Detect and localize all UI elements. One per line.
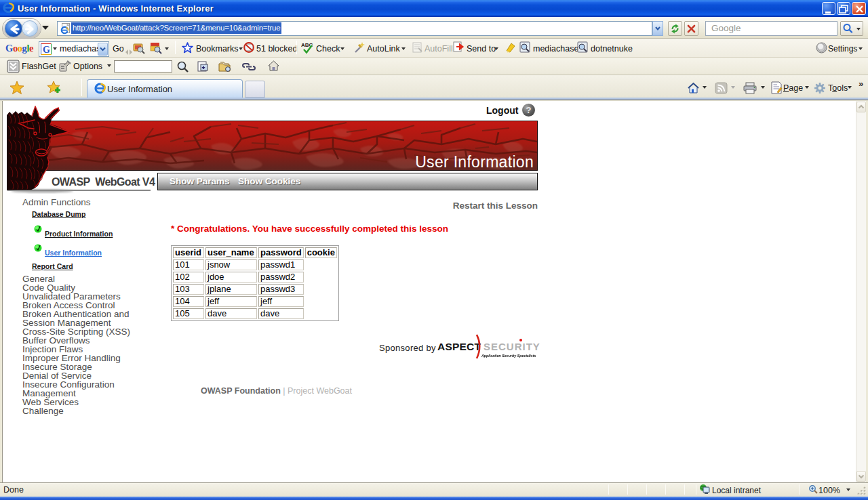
- svg-text:G: G: [43, 45, 50, 55]
